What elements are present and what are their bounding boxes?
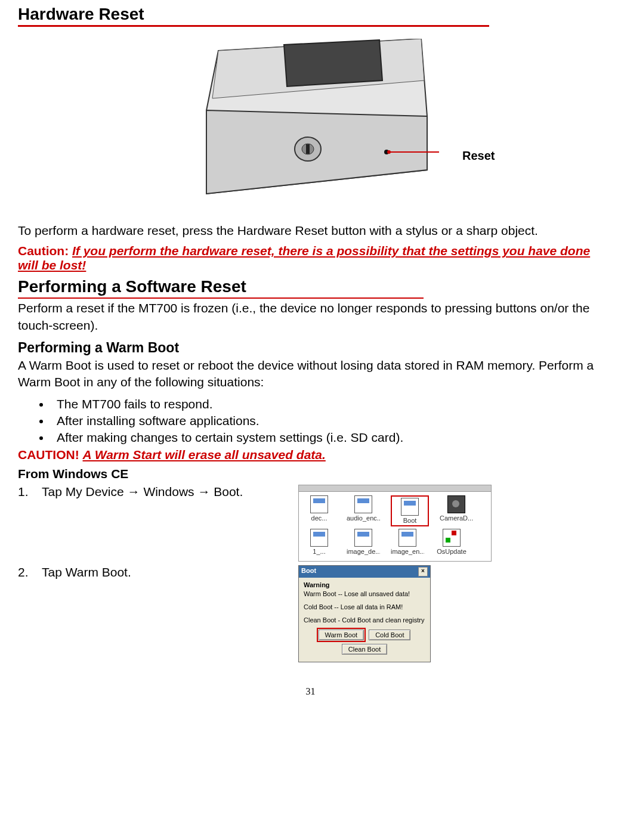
list-item: The MT700 fails to respond. xyxy=(51,396,603,413)
warning-line: Cold Boot -- Lose all data in RAM! xyxy=(304,603,425,611)
update-icon xyxy=(443,529,461,547)
explorer-item-dec[interactable]: dec... xyxy=(302,495,336,526)
camera-icon xyxy=(447,495,465,513)
caution-hw-reset: Caution: If you perform the hardware res… xyxy=(18,244,603,272)
explorer-screenshot: dec... audio_enc... Boot CameraD... 1_..… xyxy=(298,485,492,562)
warning-heading: Warning xyxy=(304,581,425,588)
explorer-item-1[interactable]: 1_... xyxy=(302,529,336,555)
step-number: 1. xyxy=(18,485,42,499)
explorer-item-camerad[interactable]: CameraD... xyxy=(440,495,473,526)
reset-callout-label: Reset xyxy=(462,149,495,163)
svg-point-9 xyxy=(387,150,391,154)
close-button[interactable]: × xyxy=(418,567,428,576)
cold-boot-button[interactable]: Cold Boot xyxy=(369,630,410,640)
step-text: Tap Warm Boot. xyxy=(42,565,131,579)
explorer-item-osupdate[interactable]: OsUpdate xyxy=(435,529,468,555)
svg-rect-6 xyxy=(306,144,310,154)
step-number: 2. xyxy=(18,565,42,579)
explorer-row: dec... audio_enc... Boot CameraD... xyxy=(302,495,487,526)
step-text: Tap My Device → Windows → Boot. xyxy=(42,485,243,499)
dialog-body: Warning Warm Boot -- Lose all unsaved da… xyxy=(299,578,430,662)
button-row: Warm Boot Cold Boot xyxy=(304,630,425,640)
dialog-title: Boot xyxy=(301,567,316,576)
step-2-row: 2. Tap Warm Boot. Boot × Warning Warm Bo… xyxy=(18,565,603,662)
explorer-item-image-en[interactable]: image_en... xyxy=(391,529,424,555)
button-row: Clean Boot xyxy=(304,644,425,655)
dialog-titlebar: Boot × xyxy=(299,566,430,578)
step-2: 2. Tap Warm Boot. xyxy=(18,565,298,579)
warm-boot-button[interactable]: Warm Boot xyxy=(319,630,364,640)
caution-prefix: Caution: xyxy=(18,244,72,258)
paragraph-software-reset: Perform a reset if the MT700 is frozen (… xyxy=(18,300,603,334)
page-number: 31 xyxy=(18,686,603,697)
clean-boot-button[interactable]: Clean Boot xyxy=(342,644,387,655)
explorer-item-boot[interactable]: Boot xyxy=(391,495,429,526)
file-icon xyxy=(310,529,328,547)
heading-software-reset: Performing a Software Reset xyxy=(18,277,424,299)
warning-line: Clean Boot - Cold Boot and clean registr… xyxy=(304,616,425,624)
paragraph-hw-reset-instruction: To perform a hardware reset, press the H… xyxy=(18,222,603,239)
explorer-row: 1_... image_de... image_en... OsUpdate xyxy=(302,529,487,555)
step-1-row: 1. Tap My Device → Windows → Boot. dec..… xyxy=(18,485,603,562)
file-icon xyxy=(354,495,372,513)
list-item: After installing software applications. xyxy=(51,413,603,429)
explorer-item-audio-enc[interactable]: audio_enc... xyxy=(347,495,380,526)
device-diagram: Reset xyxy=(18,39,603,218)
file-icon xyxy=(401,498,419,516)
caution-prefix: CAUTION! xyxy=(18,448,83,461)
step-1: 1. Tap My Device → Windows → Boot. xyxy=(18,485,298,499)
subheading-from-windows-ce: From Windows CE xyxy=(18,467,603,481)
file-icon xyxy=(354,529,372,547)
warning-line: Warm Boot -- Lose all unsaved data! xyxy=(304,590,425,598)
heading-hardware-reset: Hardware Reset xyxy=(18,5,489,27)
file-icon xyxy=(310,495,328,513)
caution-message: A Warm Start will erase all unsaved data… xyxy=(83,448,326,461)
explorer-item-image-de[interactable]: image_de... xyxy=(347,529,380,555)
device-svg xyxy=(183,39,439,218)
warm-boot-bullets: The MT700 fails to respond. After instal… xyxy=(18,396,603,447)
subheading-warm-boot: Performing a Warm Boot xyxy=(18,340,603,356)
list-item: After making changes to certain system s… xyxy=(51,429,603,446)
paragraph-warm-boot-intro: A Warm Boot is used to reset or reboot t… xyxy=(18,357,603,391)
boot-dialog: Boot × Warning Warm Boot -- Lose all uns… xyxy=(298,565,431,662)
caution-message: If you perform the hardware reset, there… xyxy=(18,244,590,272)
caution-warm-start: CAUTION! A Warm Start will erase all uns… xyxy=(18,448,603,462)
file-icon xyxy=(398,529,416,547)
svg-marker-2 xyxy=(284,40,382,86)
